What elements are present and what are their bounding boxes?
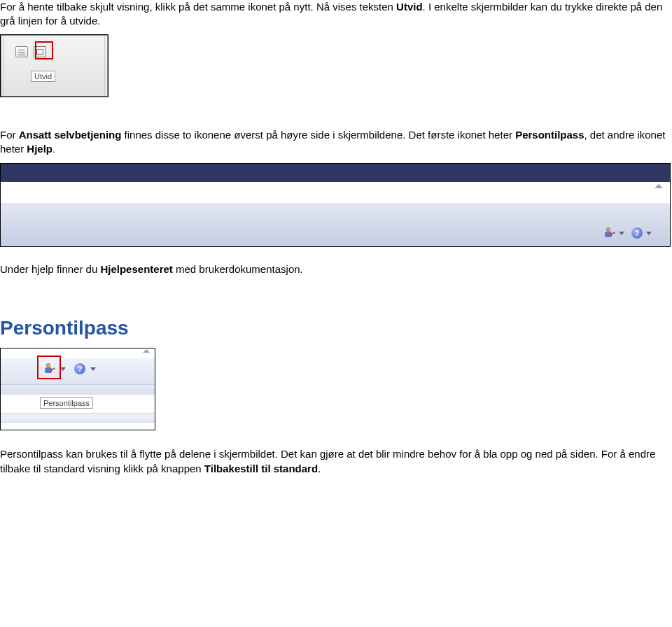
text: Persontilpass kan brukes til å flytte på… — [0, 448, 655, 474]
bold-utvid: Utvid — [396, 1, 423, 13]
divider — [104, 36, 105, 96]
tooltip-utvid: Utvid — [31, 71, 55, 82]
icon-bar: ? — [603, 227, 652, 239]
list-icon[interactable] — [15, 46, 28, 57]
header-bar — [1, 164, 670, 182]
paragraph-intro: For å hente tilbake skjult visning, klik… — [0, 0, 672, 29]
tooltip-persontilpass: Persontilpass — [40, 397, 93, 409]
screenshot-utvid: Utvid — [0, 34, 108, 97]
bold-tilbakestill: Tilbakestill til standard — [204, 463, 318, 474]
paragraph-help: Under hjelp finner du Hjelpesenteret med… — [0, 262, 672, 276]
collapse-icon[interactable] — [652, 184, 666, 191]
content-row — [1, 203, 670, 246]
text: . — [318, 463, 321, 474]
top-strip — [1, 348, 155, 358]
bold-ansatt: Ansatt selvbetjening — [19, 129, 122, 141]
text: finnes disse to ikonene øverst på høyre … — [121, 129, 515, 141]
text: . — [52, 143, 55, 155]
divider — [4, 36, 4, 96]
bottom-strip — [1, 423, 155, 430]
text: med brukerdokumentasjon. — [173, 263, 303, 275]
heading-persontilpass: Persontilpass — [0, 317, 672, 339]
bold-hjelpesenteret: Hjelpesenteret — [100, 263, 172, 275]
text: For — [0, 129, 19, 141]
paragraph-icons-desc: For Ansatt selvbetjening finnes disse to… — [0, 128, 672, 157]
menu-arrow-icon[interactable] — [60, 367, 66, 371]
icon-row — [15, 45, 93, 59]
toolbar-region: Utvid — [1, 35, 108, 97]
inner-row — [1, 413, 155, 423]
menu-arrow-icon[interactable] — [619, 232, 624, 235]
menu-arrow-icon[interactable] — [646, 232, 652, 235]
collapse-icon[interactable] — [141, 349, 152, 356]
filler-row — [1, 385, 155, 395]
screenshot-top-icons: ? — [0, 163, 671, 247]
bold-persontilpass: Persontilpass — [515, 129, 584, 141]
menu-arrow-icon[interactable] — [90, 367, 96, 371]
hjelp-icon[interactable]: ? — [631, 227, 643, 239]
text: For å hente tilbake skjult visning, klik… — [0, 1, 396, 13]
bold-hjelp: Hjelp — [27, 143, 52, 155]
white-row — [1, 182, 670, 203]
hjelp-icon[interactable]: ? — [74, 363, 85, 374]
text: Under hjelp finner du — [0, 263, 100, 275]
persontilpass-icon[interactable] — [603, 227, 615, 239]
screenshot-persontilpass: ? Persontilpass — [0, 348, 155, 430]
paragraph-persontilpass-desc: Persontilpass kan brukes til å flytte på… — [0, 447, 672, 476]
highlight-box — [37, 355, 61, 379]
highlight-box — [35, 41, 53, 59]
